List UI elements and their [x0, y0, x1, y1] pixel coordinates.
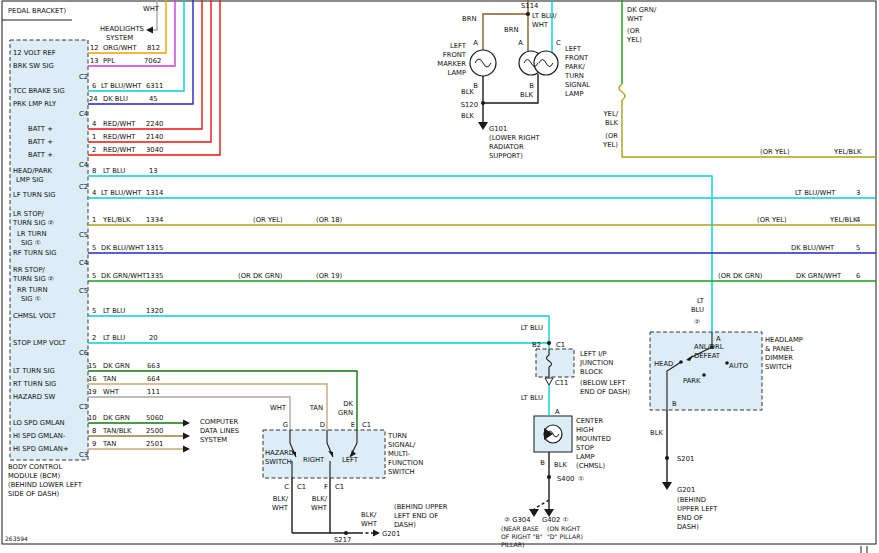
wire-alt-label: (OR 19)	[316, 272, 343, 280]
wire-color-label: DK GRN	[103, 362, 130, 370]
g201-ref-location: (BEHIND UPPER	[394, 503, 448, 511]
g304-label: ② G304	[504, 516, 531, 524]
wire-alt-label: (OR	[627, 27, 640, 35]
wire-color-label: WHT	[532, 21, 549, 29]
pin-label: 8	[92, 427, 96, 435]
wire-color-label: RED/WHT	[103, 146, 136, 154]
marker-lamp-name: FRONT	[443, 51, 467, 59]
s400-label: S400	[557, 475, 574, 483]
wire-color-label: BLU	[691, 306, 704, 314]
wire-color-label: WHT	[361, 520, 378, 528]
wire-color-label: BLK/	[361, 511, 377, 519]
pin-label: 8	[92, 167, 96, 175]
g201-label: G201	[677, 486, 695, 494]
circuit-label: 5060	[146, 414, 163, 422]
pin-label: A	[716, 335, 721, 343]
s114-label: S114	[521, 2, 538, 10]
headlights-arrow-icon	[146, 27, 153, 34]
pin-label: C	[556, 39, 561, 47]
pin-label: 2	[92, 334, 96, 342]
wire-color-label: LT BLU	[103, 167, 125, 175]
wire-color-label: YEL/BLK	[829, 216, 858, 224]
connector-label: C1	[362, 421, 371, 429]
line-number: 3	[856, 189, 860, 197]
bcm-pin-name: BATT +	[28, 138, 53, 146]
pin-label: 4	[92, 120, 96, 128]
circuit-label: 1320	[146, 307, 163, 315]
bcm-pin-name: TURN SIG ②	[12, 275, 54, 283]
data-line-arrow-icon	[183, 420, 190, 427]
switch-position-label: LEFT	[342, 456, 359, 464]
wiring-diagram-page: PEDAL BRACKET)HEADLIGHTSSYSTEMWHT12ORG/W…	[0, 0, 879, 553]
g304-location: PILLAR)	[501, 541, 525, 548]
g304-location: (NEAR BASE	[501, 525, 539, 532]
connector-label: C11	[555, 379, 568, 387]
circuit-label: 663	[147, 362, 160, 370]
wire-alt-label: (OR YEL)	[253, 216, 283, 224]
wire-color-label: BLK/	[312, 495, 328, 503]
circuit-label: 1314	[146, 189, 163, 197]
wire-color-label: LT BLU/WHT	[101, 189, 142, 197]
turn-signal-switch-name: SIGNAL/	[388, 441, 416, 449]
wire-color-label: YEL/	[602, 110, 618, 118]
wire-color-label: RED/WHT	[103, 133, 136, 141]
head-contact	[679, 360, 683, 364]
wire-color-label: YEL/BLK	[833, 148, 862, 156]
g201-arrow-icon	[373, 530, 380, 537]
wire-color-label: LT	[697, 297, 705, 305]
bcm-pin-name: RR STOP/	[13, 266, 46, 274]
g201-ground-icon	[662, 482, 672, 490]
pin-label: D	[320, 421, 325, 429]
c11-connector-icon	[545, 378, 553, 385]
s400-splice	[547, 475, 551, 479]
circuit-label: 20	[149, 334, 158, 342]
bcm-pin-name: STOP LMP VOLT	[13, 339, 67, 347]
wire-color-label: BLK/	[273, 495, 289, 503]
pin-label: C	[284, 483, 289, 491]
wire-color-label: WHT	[143, 5, 160, 13]
wire-color-label: DK GRN/WHT	[101, 272, 147, 280]
wire-color-label: BRN	[462, 15, 476, 23]
pin-label: 15	[88, 362, 97, 370]
pin-label: A	[555, 408, 560, 416]
bcm-pin-name: BATT +	[28, 151, 53, 159]
data-line-arrow-icon	[183, 433, 190, 440]
wire-color-label: TAN	[102, 440, 116, 448]
pin-label: E	[351, 421, 355, 429]
g201-ref-label: G201	[382, 530, 400, 538]
junction-block-box	[536, 349, 574, 377]
circuit-label: 3040	[146, 146, 163, 154]
wire-g304-branch	[534, 500, 549, 509]
wire-color-label: LT BLU/	[532, 12, 557, 20]
s217-splice	[344, 531, 348, 535]
wire-color-label: DK BLU/WHT	[791, 244, 835, 252]
bcm-pin-name: RF TURN SIG	[13, 249, 56, 257]
switch-position-label: ANL/DRL	[694, 343, 724, 351]
pin-label: 9	[92, 440, 96, 448]
connector-label: C2	[79, 73, 88, 81]
bcm-pin-name: SIG ①	[21, 295, 41, 303]
computer-data-lines-ref: DATA LINES	[200, 427, 239, 435]
wire-color-label: YEL/BLK	[102, 216, 131, 224]
wire-color-label: BLK	[650, 429, 663, 437]
pin-label: 1	[92, 216, 96, 224]
bcm-pin-name: CHMSL VOLT	[13, 312, 57, 320]
s114-splice	[526, 12, 530, 16]
pin-label: F	[324, 483, 328, 491]
footnote-marker: ②	[694, 318, 700, 326]
line-number: 5	[856, 244, 860, 252]
junction-block-name: BLOCK	[580, 368, 603, 376]
wire-color-label: DK GRN/WHT	[796, 272, 842, 280]
g101-ground-icon	[478, 122, 488, 130]
wire-color-label: LT BLU	[521, 394, 543, 402]
connector-label: C4	[79, 110, 88, 118]
bcm-pin-name: BATT +	[28, 125, 53, 133]
chmsl-name: CENTER	[576, 417, 604, 425]
chmsl-name: MOUNTED	[576, 435, 611, 443]
computer-data-lines-ref: SYSTEM	[200, 436, 227, 444]
circuit-label: 111	[147, 388, 160, 396]
dimmer-switch-name: HEADLAMP	[765, 336, 803, 344]
bcm-title: BODY CONTROL	[8, 463, 62, 471]
connector-label: C6	[79, 349, 88, 357]
wire-break-icon	[619, 84, 625, 100]
